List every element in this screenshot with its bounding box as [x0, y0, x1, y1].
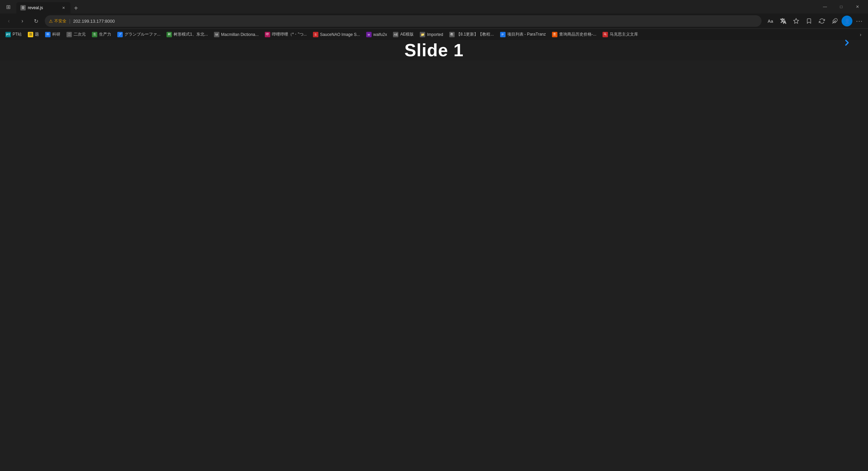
- address-url[interactable]: 202.199.13.177:8000: [73, 19, 757, 24]
- bookmark-favicon-pt: PT: [5, 32, 11, 37]
- title-bar: ⊞ R reveal.js ✕ + — □ ✕: [0, 0, 868, 14]
- bookmark-2d[interactable]: 二 二次元: [64, 30, 88, 39]
- bookmark-imported[interactable]: 📁 Imported: [417, 30, 446, 39]
- translate-button[interactable]: [777, 15, 789, 27]
- tab-title: reveal.js: [28, 5, 58, 10]
- forward-button[interactable]: ›: [16, 15, 28, 27]
- minimize-button[interactable]: —: [817, 1, 833, 12]
- bookmark-favicon-ae: AE: [393, 32, 398, 37]
- bookmark-research[interactable]: 科 科研: [42, 30, 63, 39]
- bookmark-favicon-marxism: 马: [603, 32, 608, 37]
- web-content: Slide 1: [0, 40, 868, 60]
- sync-button[interactable]: [816, 15, 828, 27]
- back-button[interactable]: ‹: [3, 15, 15, 27]
- browser-chrome: ⊞ R reveal.js ✕ + — □ ✕ ‹ › ↻ ⚠ 不安全: [0, 0, 868, 60]
- bookmark-favicon-tree: 树: [166, 32, 172, 37]
- bookmark-favicon-imported: 📁: [420, 32, 425, 37]
- extensions-button[interactable]: [829, 15, 841, 27]
- bookmark-label-tutorial: 【8.1更新】【教程...: [456, 32, 494, 37]
- reader-view-button[interactable]: Aa: [764, 15, 776, 27]
- bookmark-ae[interactable]: AE AE模版: [390, 30, 416, 39]
- security-icon: ⚠ 不安全: [49, 18, 66, 24]
- bookmark-macmillan[interactable]: M Macmillan Dictiona...: [211, 30, 261, 39]
- tab-favicon: R: [20, 5, 26, 11]
- bookmark-favicon-research: 科: [45, 32, 51, 37]
- slide-title: Slide 1: [405, 40, 464, 60]
- bookmark-productivity[interactable]: 生 生产力: [89, 30, 114, 39]
- bookmarks-bar: PT PT站 题 题 科 科研 二 二次元 生 生产力 グ グランブルーファ..…: [0, 28, 868, 40]
- bookmark-label-pt: PT站: [13, 32, 22, 37]
- bookmark-granblue[interactable]: グ グランブルーファ...: [115, 30, 163, 39]
- address-bar[interactable]: ⚠ 不安全 | 202.199.13.177:8000: [45, 15, 762, 27]
- bookmark-label-granblue: グランブルーファ...: [124, 32, 160, 37]
- tab-grid-icon[interactable]: ⊞: [3, 1, 14, 12]
- bookmark-label-price: 查询商品历史价格-...: [559, 32, 596, 37]
- bookmark-label-research: 科研: [52, 32, 60, 37]
- bookmark-price[interactable]: 查 查询商品历史价格-...: [549, 30, 599, 39]
- toolbar: ‹ › ↻ ⚠ 不安全 | 202.199.13.177:8000 Aa: [0, 14, 868, 28]
- bookmark-tree[interactable]: 树 树形模式1、东北...: [164, 30, 211, 39]
- bookmark-label-macmillan: Macmillan Dictiona...: [221, 32, 259, 37]
- bookmark-topic[interactable]: 题 题: [25, 30, 42, 39]
- maximize-button[interactable]: □: [833, 1, 849, 12]
- tab-close-button[interactable]: ✕: [60, 5, 66, 11]
- next-slide-button[interactable]: [840, 35, 854, 50]
- security-label: 不安全: [54, 18, 66, 24]
- toolbar-actions: Aa: [764, 15, 865, 27]
- bookmark-favicon-topic: 题: [28, 32, 33, 37]
- bookmark-label-paratranz: 项目列表 - ParaTranz: [507, 32, 546, 37]
- bookmark-label-marxism: 马克思主义文库: [610, 32, 638, 37]
- profile-button[interactable]: 👤: [842, 16, 852, 26]
- bookmark-label-waifu2x: waifu2x: [373, 32, 387, 37]
- bookmark-favicon-price: 查: [552, 32, 557, 37]
- bookmark-label-topic: 题: [35, 32, 39, 37]
- bookmark-label-tree: 树形模式1、东北...: [174, 32, 208, 37]
- bookmark-saucenao[interactable]: S SauceNAO Image S...: [310, 30, 363, 39]
- bookmark-favicon-granblue: グ: [117, 32, 123, 37]
- svg-marker-0: [794, 19, 799, 23]
- bookmark-favicon-paratranz: P: [500, 32, 506, 37]
- bookmark-label-ae: AE模版: [400, 32, 414, 37]
- bookmark-marxism[interactable]: 马 马克思主义文库: [600, 30, 641, 39]
- new-tab-button[interactable]: +: [71, 3, 81, 14]
- more-button[interactable]: ⋯: [853, 15, 865, 27]
- refresh-button[interactable]: ↻: [30, 15, 42, 27]
- bookmark-favicon-bilibili: 哔: [265, 32, 270, 37]
- bookmark-bilibili[interactable]: 哔 哔哩哔哩（*・"つ...: [262, 30, 310, 39]
- address-divider: |: [69, 18, 71, 24]
- bookmark-label-imported: Imported: [427, 32, 443, 37]
- bookmark-favicon-productivity: 生: [92, 32, 97, 37]
- bookmark-paratranz[interactable]: P 项目列表 - ParaTranz: [497, 30, 549, 39]
- bookmark-label-saucenao: SauceNAO Image S...: [320, 32, 360, 37]
- bookmarks-more-button[interactable]: ›: [856, 30, 865, 39]
- bookmark-favicon-tutorial: 教: [449, 32, 455, 37]
- tab-bar: R reveal.js ✕ +: [16, 0, 814, 14]
- bookmark-pt[interactable]: PT PT站: [3, 30, 24, 39]
- favorites-button[interactable]: [790, 15, 802, 27]
- bookmark-favicon-saucenao: S: [313, 32, 318, 37]
- active-tab[interactable]: R reveal.js ✕: [16, 2, 71, 14]
- bookmark-label-productivity: 生产力: [99, 32, 111, 37]
- bookmark-tutorial[interactable]: 教 【8.1更新】【教程...: [447, 30, 497, 39]
- bookmark-favicon-2d: 二: [66, 32, 72, 37]
- window-controls: — □ ✕: [817, 1, 865, 12]
- bookmark-waifu2x[interactable]: w waifu2x: [363, 30, 390, 39]
- bookmark-favicon-macmillan: M: [214, 32, 219, 37]
- close-button[interactable]: ✕: [850, 1, 865, 12]
- bookmark-label-bilibili: 哔哩哔哩（*・"つ...: [272, 32, 307, 37]
- bookmark-favicon-waifu2x: w: [366, 32, 372, 37]
- bookmark-label-2d: 二次元: [74, 32, 86, 37]
- collections-button[interactable]: [803, 15, 815, 27]
